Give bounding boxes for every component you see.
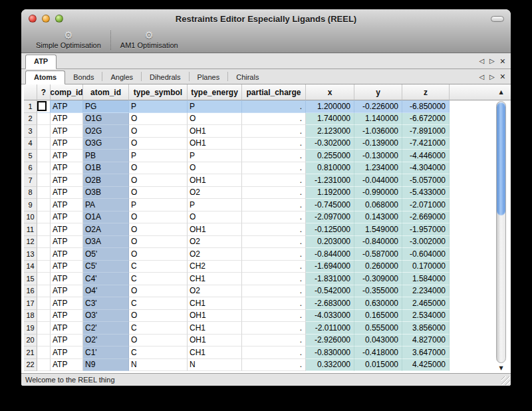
cell-comp_id[interactable]: ATP: [51, 273, 83, 285]
cell-x[interactable]: -2.011000: [306, 322, 354, 335]
table-row[interactable]: 15ATPC4'CCH1.-1.831000-0.3090001.584000: [24, 273, 511, 285]
column-header-atom_id[interactable]: atom_id: [83, 84, 129, 100]
table-row[interactable]: 5ATPPBPP.0.255000-0.130000-4.446000: [24, 150, 511, 162]
cell-check[interactable]: [37, 310, 51, 323]
cell-atom_id[interactable]: PG: [83, 100, 129, 113]
cell-row-number[interactable]: 19: [24, 322, 37, 335]
cell-y[interactable]: 0.143000: [354, 211, 402, 224]
cell-atom_id[interactable]: O3A: [83, 236, 129, 249]
cell-comp_id[interactable]: ATP: [51, 297, 83, 310]
cell-type_symbol[interactable]: P: [129, 199, 188, 211]
cell-atom_id[interactable]: C3': [83, 297, 129, 310]
cell-row-number[interactable]: 8: [24, 187, 37, 200]
cell-type_symbol[interactable]: C: [129, 273, 188, 285]
column-header-y[interactable]: y: [354, 84, 402, 100]
table-row[interactable]: 11ATPO2AOOH1.-0.1250001.549000-1.957000: [24, 223, 511, 236]
cell-partial_charge[interactable]: .: [242, 248, 306, 261]
cell-x[interactable]: -0.844000: [306, 248, 354, 261]
cell-partial_charge[interactable]: .: [242, 162, 306, 175]
am1-optimisation-button[interactable]: ⚙ AM1 Optimisation: [112, 28, 186, 53]
cell-row-number[interactable]: 2: [24, 113, 37, 126]
cell-partial_charge[interactable]: .: [242, 187, 306, 200]
cell-y[interactable]: 0.043000: [354, 335, 402, 347]
zoom-window-icon[interactable]: [55, 15, 63, 23]
simple-optimisation-button[interactable]: ⚙ Simple Optimisation: [28, 28, 109, 53]
cell-type_energy[interactable]: O: [188, 211, 242, 224]
cell-partial_charge[interactable]: .: [242, 100, 306, 113]
table-row[interactable]: 21ATPC1'CCH1.-0.830000-0.4180003.647000: [24, 346, 511, 359]
tab-planes[interactable]: Planes: [190, 71, 228, 84]
cell-comp_id[interactable]: ATP: [51, 223, 83, 236]
cell-comp_id[interactable]: ATP: [51, 100, 83, 113]
cell-z[interactable]: -4.304000: [402, 162, 450, 175]
cell-type_symbol[interactable]: N: [129, 359, 188, 372]
cell-y[interactable]: 0.015000: [354, 359, 402, 372]
cell-comp_id[interactable]: ATP: [51, 187, 83, 200]
cell-x[interactable]: -0.302000: [306, 138, 354, 150]
cell-comp_id[interactable]: ATP: [51, 113, 83, 126]
cell-y[interactable]: 0.260000: [354, 261, 402, 273]
cell-type_energy[interactable]: O2: [188, 248, 242, 261]
cell-atom_id[interactable]: O2B: [83, 174, 129, 187]
cell-type_symbol[interactable]: O: [129, 174, 188, 187]
cell-type_energy[interactable]: OH1: [188, 138, 242, 150]
cell-row-number[interactable]: 22: [24, 359, 37, 372]
cell-row-number[interactable]: 3: [24, 125, 37, 138]
cell-z[interactable]: 0.170000: [402, 261, 450, 273]
tab-atp[interactable]: ATP: [25, 55, 57, 69]
cell-atom_id[interactable]: O3B: [83, 187, 129, 200]
cell-x[interactable]: -1.694000: [306, 261, 354, 273]
cell-check[interactable]: [37, 138, 51, 150]
cell-check[interactable]: [37, 261, 51, 273]
cell-atom_id[interactable]: O1B: [83, 162, 129, 175]
cell-z[interactable]: -6.672000: [402, 113, 450, 126]
cell-type_energy[interactable]: O2: [188, 285, 242, 298]
cell-y[interactable]: 1.549000: [354, 223, 402, 236]
cell-x[interactable]: 1.192000: [306, 187, 354, 200]
cell-comp_id[interactable]: ATP: [51, 125, 83, 138]
cell-row-number[interactable]: 1: [24, 100, 37, 113]
cell-check[interactable]: [37, 125, 51, 138]
cell-z[interactable]: 2.234000: [402, 285, 450, 298]
cell-y[interactable]: 0.165000: [354, 310, 402, 323]
cell-check[interactable]: [37, 297, 51, 310]
cell-z[interactable]: -3.002000: [402, 236, 450, 249]
cell-partial_charge[interactable]: .: [242, 359, 306, 372]
cell-type_energy[interactable]: CH1: [188, 322, 242, 335]
scroll-down-icon[interactable]: ▼: [499, 366, 503, 371]
cell-comp_id[interactable]: ATP: [51, 261, 83, 273]
cell-atom_id[interactable]: O1G: [83, 113, 129, 126]
cell-type_energy[interactable]: OH1: [188, 223, 242, 236]
cell-atom_id[interactable]: C4': [83, 273, 129, 285]
table-row[interactable]: 3ATPO2GOOH1.2.123000-1.036000-7.891000: [24, 125, 511, 138]
table-row[interactable]: 13ATPO5'OO2.-0.844000-0.587000-0.604000: [24, 248, 511, 261]
cell-type_energy[interactable]: OH1: [188, 335, 242, 347]
scroll-up-icon[interactable]: ▲: [499, 90, 503, 95]
cell-check[interactable]: [37, 162, 51, 175]
cell-z[interactable]: -2.669000: [402, 211, 450, 224]
cell-x[interactable]: 2.123000: [306, 125, 354, 138]
cell-type_energy[interactable]: CH1: [188, 273, 242, 285]
cell-x[interactable]: -2.683000: [306, 297, 354, 310]
tab-bonds[interactable]: Bonds: [65, 71, 102, 84]
cell-z[interactable]: 1.584000: [402, 273, 450, 285]
cell-type_symbol[interactable]: C: [129, 346, 188, 359]
cell-partial_charge[interactable]: .: [242, 310, 306, 323]
cell-partial_charge[interactable]: .: [242, 223, 306, 236]
cell-comp_id[interactable]: ATP: [51, 248, 83, 261]
tab-close-icon[interactable]: ×: [500, 72, 505, 80]
cell-row-number[interactable]: 5: [24, 150, 37, 162]
tab-scroll-left-icon[interactable]: ◁: [479, 73, 484, 80]
cell-type_symbol[interactable]: O: [129, 187, 188, 200]
table-row[interactable]: 12ATPO3AOO2.0.203000-0.840000-3.002000: [24, 236, 511, 249]
cell-atom_id[interactable]: O2G: [83, 125, 129, 138]
cell-comp_id[interactable]: ATP: [51, 162, 83, 175]
tab-scroll-right-icon[interactable]: ▷: [489, 57, 495, 65]
cell-partial_charge[interactable]: .: [242, 138, 306, 150]
cell-row-number[interactable]: 21: [24, 346, 37, 359]
table-row[interactable]: 1ATPPGPP.1.200000-0.226000-6.850000: [24, 100, 511, 113]
cell-x[interactable]: -2.926000: [306, 335, 354, 347]
table-row[interactable]: 4ATPO3GOOH1.-0.302000-0.139000-7.421000: [24, 138, 511, 150]
resize-grip[interactable]: [501, 376, 510, 385]
tab-chirals[interactable]: Chirals: [228, 71, 267, 84]
